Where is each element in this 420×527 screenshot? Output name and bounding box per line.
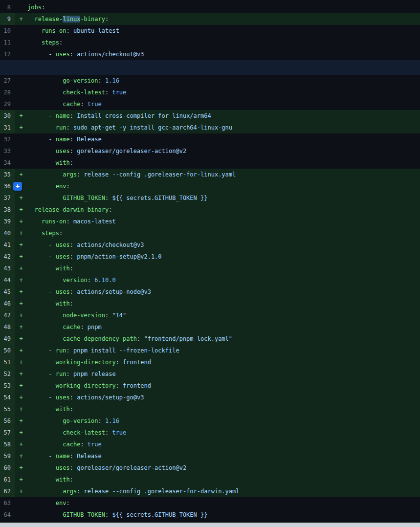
- token-p: :: [59, 230, 63, 237]
- line-number[interactable]: 49: [0, 333, 15, 345]
- diff-marker: +: [15, 110, 27, 122]
- line-number[interactable]: 45: [0, 286, 15, 298]
- line-number[interactable]: 48: [0, 321, 15, 333]
- line-number[interactable]: 39: [0, 216, 15, 227]
- line-number[interactable]: 46: [0, 298, 15, 309]
- token-p: :: [105, 511, 112, 518]
- line-number[interactable]: 44: [0, 274, 15, 286]
- token-p: :: [70, 464, 77, 471]
- indent: [27, 417, 63, 424]
- code-text: - name: Install cross-compiler for linux…: [27, 110, 420, 122]
- code-text: env:: [27, 180, 420, 192]
- line-number[interactable]: 34: [0, 157, 15, 169]
- line-number[interactable]: 58: [0, 439, 15, 450]
- line-number[interactable]: 11: [0, 37, 15, 48]
- line-number[interactable]: 10: [0, 25, 15, 37]
- hunk-expander-row[interactable]: [0, 60, 420, 75]
- line-number[interactable]: 40: [0, 227, 15, 239]
- token-p: :: [70, 300, 73, 307]
- token-n: 1.16: [105, 417, 119, 424]
- indent: [27, 300, 56, 307]
- diff-line-37: 37+ GITHUB_TOKEN: ${{ secrets.GITHUB_TOK…: [0, 192, 420, 204]
- indent: [27, 265, 56, 272]
- token-s: actions/checkout@v3: [77, 51, 144, 58]
- line-number[interactable]: 60: [0, 462, 15, 474]
- token-s: macos-latest: [73, 218, 116, 225]
- diff-line-49: 49+ cache-dependency-path: "frontend/pnp…: [0, 333, 420, 345]
- indent: [27, 500, 56, 506]
- line-number[interactable]: 36: [0, 180, 15, 192]
- diff-marker: +: [15, 286, 27, 298]
- indent: [27, 324, 63, 330]
- line-number[interactable]: 57: [0, 427, 15, 439]
- line-number[interactable]: 59: [0, 450, 15, 462]
- line-number[interactable]: 55: [0, 403, 15, 415]
- code-text: jobs:: [27, 1, 420, 13]
- line-number[interactable]: 27: [0, 75, 15, 87]
- diff-line-9: 9+ release-linux-binary:: [0, 13, 420, 25]
- line-number[interactable]: 31: [0, 122, 15, 133]
- line-number[interactable]: 50: [0, 345, 15, 356]
- token-p: -: [48, 136, 55, 143]
- line-number[interactable]: 53: [0, 380, 15, 392]
- indent: [27, 488, 63, 495]
- token-n: true: [112, 429, 126, 436]
- line-number[interactable]: 8: [0, 1, 15, 13]
- token-k: release-darwin-binary: [34, 206, 109, 213]
- diff-line-28: 28 check-latest: true: [0, 87, 420, 98]
- code-text: steps:: [27, 227, 420, 239]
- token-p: :: [109, 206, 112, 213]
- token-s: pnpm install --frozen-lockfile: [73, 347, 179, 354]
- line-number[interactable]: 61: [0, 474, 15, 485]
- indent: [27, 242, 48, 248]
- diff-marker: +: [15, 380, 27, 392]
- line-number[interactable]: 43: [0, 263, 15, 274]
- line-number[interactable]: 33: [0, 145, 15, 157]
- diff-line-42: 42+ - uses: pnpm/action-setup@v2.1.0: [0, 251, 420, 263]
- token-k: args: [63, 171, 77, 178]
- line-number[interactable]: 47: [0, 309, 15, 321]
- code-text: - uses: actions/checkout@v3: [27, 239, 420, 251]
- line-number[interactable]: 51: [0, 356, 15, 368]
- indent: [27, 183, 56, 190]
- diff-line-57: 57+ check-latest: true: [0, 427, 420, 439]
- line-number[interactable]: 35: [0, 169, 15, 180]
- line-number[interactable]: 12: [0, 48, 15, 60]
- line-number[interactable]: 41: [0, 239, 15, 251]
- line-number[interactable]: 9: [0, 13, 15, 25]
- diff-marker: +: [15, 169, 27, 180]
- line-number[interactable]: 30: [0, 110, 15, 122]
- token-k: with: [56, 265, 70, 272]
- token-p: -: [48, 288, 55, 295]
- token-p: -: [48, 242, 55, 248]
- line-number[interactable]: 37: [0, 192, 15, 204]
- indent: [27, 51, 48, 58]
- token-k: with: [56, 300, 70, 307]
- code-text: go-version: 1.16: [27, 75, 420, 87]
- diff-line-47: 47+ node-version: "14": [0, 309, 420, 321]
- code-text: check-latest: true: [27, 87, 420, 98]
- line-number[interactable]: 56: [0, 415, 15, 427]
- line-number[interactable]: 32: [0, 133, 15, 145]
- indent: [27, 112, 48, 119]
- line-number[interactable]: 28: [0, 87, 15, 98]
- indent: [27, 406, 56, 413]
- line-number[interactable]: 42: [0, 251, 15, 263]
- token-k: name: [56, 453, 70, 460]
- diff-marker: +: [15, 122, 27, 133]
- line-number[interactable]: 52: [0, 368, 15, 380]
- code-text: - uses: actions/setup-node@v3: [27, 286, 420, 298]
- line-number[interactable]: 54: [0, 392, 15, 403]
- line-number[interactable]: 63: [0, 497, 15, 509]
- diff-marker: [15, 48, 27, 60]
- token-p: :: [98, 77, 105, 84]
- token-s: pnpm: [88, 324, 102, 330]
- token-p: :: [116, 382, 123, 389]
- token-k: go-version: [63, 417, 98, 424]
- line-number[interactable]: 62: [0, 485, 15, 497]
- add-comment-button[interactable]: +: [13, 182, 22, 191]
- line-number[interactable]: 29: [0, 98, 15, 110]
- code-text: GITHUB_TOKEN: ${{ secrets.GITHUB_TOKEN }…: [27, 192, 420, 204]
- line-number[interactable]: 38: [0, 204, 15, 216]
- line-number[interactable]: 64: [0, 509, 15, 521]
